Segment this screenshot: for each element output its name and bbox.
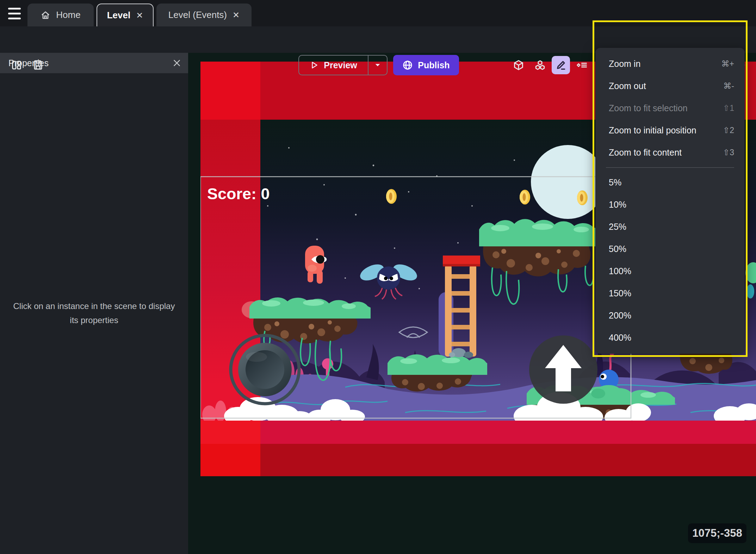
shortcut-label: ⇧2 — [723, 126, 734, 135]
preview-options-button[interactable] — [368, 61, 387, 69]
edit-mode-button[interactable] — [552, 56, 570, 74]
tab-level-label: Level — [107, 10, 131, 21]
preview-label: Preview — [324, 60, 357, 70]
play-icon — [310, 61, 319, 70]
menu-item-zoom-25[interactable]: 25% — [595, 216, 745, 238]
panels-layout-icon — [11, 59, 22, 71]
score-label: Score: 0 — [207, 185, 270, 203]
joystick-control[interactable] — [231, 335, 299, 404]
home-icon — [41, 10, 50, 20]
properties-panel-close-button[interactable] — [170, 56, 184, 70]
menu-item-zoom-400[interactable]: 400% — [595, 327, 745, 349]
properties-panel-header: Properties — [0, 53, 188, 73]
menu-item-zoom-out[interactable]: Zoom out ⌘- — [595, 75, 745, 97]
3d-box-icon — [513, 59, 524, 71]
shortcut-label: ⌘- — [723, 81, 734, 91]
instances-list-icon — [576, 59, 588, 71]
menu-item-zoom-5[interactable]: 5% — [595, 171, 745, 194]
menu-item-zoom-in[interactable]: Zoom in ⌘+ — [595, 53, 745, 75]
tab-home-label: Home — [56, 10, 80, 20]
menu-divider — [606, 167, 734, 168]
tab-home[interactable]: Home — [27, 4, 94, 26]
menu-item-zoom-initial-position[interactable]: Zoom to initial position ⇧2 — [595, 119, 745, 141]
menu-item-zoom-50[interactable]: 50% — [595, 238, 745, 260]
objects-stack-icon — [534, 59, 546, 71]
menu-item-zoom-150[interactable]: 150% — [595, 282, 745, 304]
toggle-panels-button[interactable] — [8, 57, 25, 74]
scene-bottom-red-bands — [200, 421, 756, 476]
zoom-dropdown-menu: Zoom in ⌘+ Zoom out ⌘- Zoom to fit selec… — [595, 48, 745, 354]
tab-level-close-icon[interactable]: ✕ — [136, 11, 143, 20]
main-menu-button[interactable] — [6, 5, 23, 22]
tab-level-events-close-icon[interactable]: ✕ — [233, 10, 240, 20]
shortcut-label: ⌘+ — [721, 59, 734, 69]
menu-item-zoom-fit-selection: Zoom to fit selection ⇧1 — [595, 97, 745, 119]
publish-label: Publish — [418, 60, 450, 70]
open-objects-button[interactable] — [532, 57, 549, 74]
moon — [531, 145, 605, 219]
properties-panel: Properties Click on an instance in the s… — [0, 53, 188, 554]
menu-item-zoom-100[interactable]: 100% — [595, 260, 745, 282]
tab-level-events-label: Level (Events) — [168, 10, 227, 20]
shortcut-label: ⇧1 — [723, 103, 734, 113]
save-button[interactable] — [30, 57, 47, 74]
menu-item-zoom-10[interactable]: 10% — [595, 194, 745, 216]
preview-button[interactable]: Preview — [298, 55, 388, 75]
tab-bar: Home Level ✕ Level (Events) ✕ — [0, 0, 756, 26]
shortcut-label: ⇧3 — [723, 148, 734, 157]
menu-item-zoom-fit-content[interactable]: Zoom to fit content ⇧3 — [595, 141, 745, 164]
hamburger-icon — [8, 8, 21, 10]
menu-item-zoom-200[interactable]: 200% — [595, 304, 745, 327]
instances-list-button[interactable] — [574, 57, 590, 74]
tab-level[interactable]: Level ✕ — [97, 4, 154, 26]
globe-icon — [402, 60, 413, 70]
chevron-down-icon — [374, 61, 382, 69]
jump-button-control[interactable] — [529, 335, 597, 404]
close-icon — [172, 58, 181, 68]
publish-button[interactable]: Publish — [393, 55, 459, 75]
toggle-3d-view-button[interactable] — [510, 57, 527, 74]
pencil-icon — [555, 59, 566, 71]
cursor-coordinates-badge: 1075;-358 — [688, 523, 746, 543]
tab-level-events[interactable]: Level (Events) ✕ — [156, 4, 252, 26]
properties-empty-hint: Click on an instance in the scene to dis… — [11, 299, 178, 327]
save-icon — [32, 59, 44, 71]
